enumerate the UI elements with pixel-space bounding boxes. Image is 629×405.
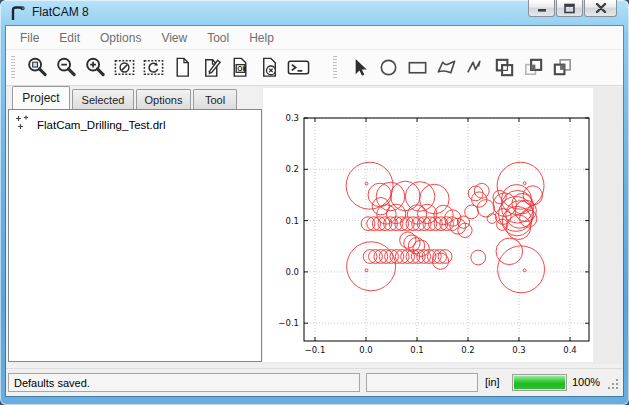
delete-object-icon: [258, 56, 281, 79]
tab-selected[interactable]: Selected: [72, 89, 134, 109]
window-controls: [528, 0, 617, 17]
progress-bar: [512, 374, 567, 391]
tree-item-drill-object[interactable]: FlatCam_Drilling_Test.drl: [9, 110, 261, 135]
svg-text:0.3: 0.3: [512, 345, 526, 355]
zoom-fit-button[interactable]: [25, 54, 51, 82]
generate-cam-button[interactable]: Ok: [228, 54, 254, 82]
toolbar-drag-handle-2[interactable]: [333, 56, 337, 80]
polygon-union-button[interactable]: [492, 54, 518, 82]
draw-rectangle-icon: [406, 56, 429, 79]
svg-text:Ok: Ok: [237, 65, 246, 72]
menu-view[interactable]: View: [151, 28, 197, 48]
polygon-intersection-button[interactable]: [521, 54, 547, 82]
polygon-union-icon: [493, 56, 516, 79]
polygon-intersection-icon: [522, 56, 545, 79]
svg-text:0.2: 0.2: [285, 164, 299, 174]
drill-plot: −0.10.00.10.20.30.4−0.10.00.10.20.3: [263, 88, 593, 362]
menu-bar: File Edit Options View Tool Help: [6, 26, 623, 50]
title-bar[interactable]: FlatCAM 8: [0, 0, 629, 26]
menu-file[interactable]: File: [10, 28, 49, 48]
tab-project[interactable]: Project: [12, 86, 70, 109]
shell-button[interactable]: [286, 54, 312, 82]
svg-text:0.4: 0.4: [563, 345, 577, 355]
toolbar: Ok: [6, 50, 623, 86]
app-window: FlatCAM 8 File Edit Options View: [0, 0, 629, 405]
svg-text:−0.1: −0.1: [305, 345, 326, 355]
toolbar-drag-handle[interactable]: [11, 56, 15, 80]
plot-panel: −0.10.00.10.20.30.4−0.10.00.10.20.3: [262, 87, 623, 364]
svg-text:0.3: 0.3: [285, 113, 299, 123]
svg-text:0.0: 0.0: [285, 267, 299, 277]
draw-circle-icon: [377, 56, 400, 79]
replot-button[interactable]: [141, 54, 167, 82]
menu-options[interactable]: Options: [90, 28, 151, 48]
maximize-button[interactable]: [556, 0, 583, 17]
polygon-subtract-button[interactable]: [550, 54, 576, 82]
svg-text:0.2: 0.2: [461, 345, 475, 355]
replot-icon: [142, 56, 165, 79]
zoom-out-button[interactable]: [54, 54, 80, 82]
tab-options[interactable]: Options: [136, 89, 191, 109]
new-geometry-button[interactable]: [199, 54, 225, 82]
polygon-subtract-icon: [551, 56, 574, 79]
draw-polygon-icon: [435, 56, 458, 79]
generate-cam-ok-icon: Ok: [229, 56, 252, 79]
new-geometry-icon: [200, 56, 223, 79]
svg-text:0.0: 0.0: [359, 345, 373, 355]
new-project-button[interactable]: [170, 54, 196, 82]
progress-fill: [514, 376, 565, 389]
progress-percent-label: 100%: [572, 376, 600, 388]
pointer-select-icon: [348, 56, 371, 79]
status-message: Defaults saved.: [14, 377, 90, 389]
zoom-in-icon: [84, 56, 107, 79]
status-message-panel: Defaults saved.: [8, 373, 360, 392]
resize-grip[interactable]: [607, 378, 620, 393]
svg-text:−0.1: −0.1: [278, 318, 299, 328]
tree-item-label: FlatCam_Drilling_Test.drl: [37, 119, 165, 131]
clear-plot-icon: [113, 56, 136, 79]
draw-path-icon: [464, 56, 487, 79]
draw-rectangle-button[interactable]: [405, 54, 431, 82]
menu-edit[interactable]: Edit: [49, 28, 90, 48]
flatcam-logo-icon: [9, 5, 27, 22]
zoom-out-icon: [55, 56, 78, 79]
draw-path-button[interactable]: [463, 54, 489, 82]
close-button[interactable]: [584, 0, 617, 17]
position-panel: [366, 373, 478, 392]
window-title: FlatCAM 8: [32, 5, 89, 19]
tab-bar: Project Selected Options Tool: [8, 86, 268, 109]
menu-tool[interactable]: Tool: [197, 28, 239, 48]
new-project-icon: [171, 56, 194, 79]
tab-tool[interactable]: Tool: [193, 89, 237, 109]
shell-icon: [287, 56, 310, 79]
project-tree[interactable]: FlatCam_Drilling_Test.drl: [8, 109, 262, 362]
svg-text:0.1: 0.1: [285, 216, 299, 226]
pointer-select-button[interactable]: [347, 54, 373, 82]
units-label: [in]: [485, 376, 500, 388]
zoom-in-button[interactable]: [83, 54, 109, 82]
menu-help[interactable]: Help: [239, 28, 284, 48]
drill-object-icon: [15, 115, 31, 135]
minimize-button[interactable]: [528, 0, 555, 17]
draw-polygon-button[interactable]: [434, 54, 460, 82]
svg-text:0.1: 0.1: [410, 345, 424, 355]
clear-plot-button[interactable]: [112, 54, 138, 82]
client-area: File Edit Options View Tool Help: [6, 26, 623, 396]
zoom-fit-icon: [26, 56, 49, 79]
delete-object-button[interactable]: [257, 54, 283, 82]
status-bar: Defaults saved. [in] 100%: [6, 368, 623, 396]
draw-circle-button[interactable]: [376, 54, 402, 82]
plot-canvas[interactable]: −0.10.00.10.20.30.4−0.10.00.10.20.3: [263, 88, 593, 362]
